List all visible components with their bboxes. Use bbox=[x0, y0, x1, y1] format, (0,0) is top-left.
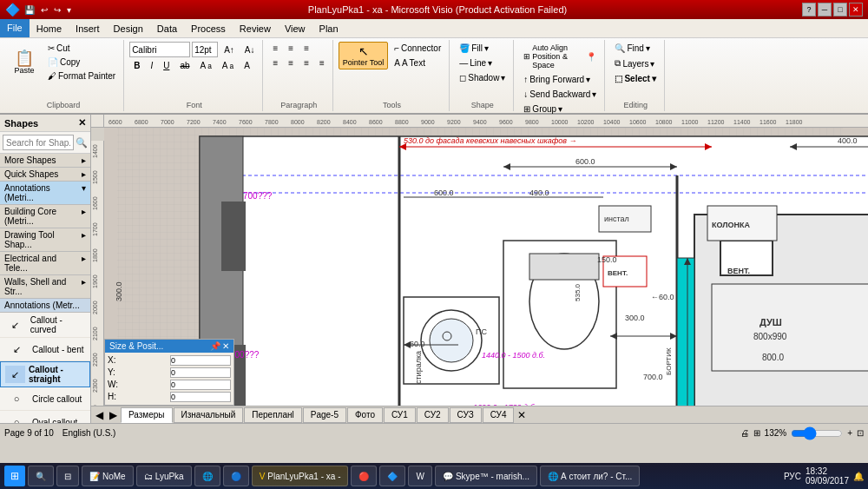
tab-nav-right[interactable]: ▶ bbox=[107, 409, 120, 421]
tab-su1[interactable]: СУ1 bbox=[384, 407, 416, 423]
bold-btn[interactable]: B bbox=[129, 59, 144, 72]
shapes-section-building[interactable]: Building Core (Metri...▸ bbox=[0, 205, 90, 228]
zoom-slider[interactable] bbox=[791, 426, 843, 440]
taskbar-nome[interactable]: 📝 NoMe bbox=[82, 466, 134, 486]
taskbar-task-view[interactable]: ⊟ bbox=[56, 466, 79, 486]
tab-iznachalny[interactable]: Изначальный bbox=[174, 407, 244, 423]
align-center-btn[interactable]: ≡ bbox=[284, 56, 298, 69]
shapes-section-annotations1[interactable]: Annotations (Metri...▾ bbox=[0, 182, 90, 205]
tab-nav-left[interactable]: ◀ bbox=[93, 409, 106, 421]
align-right-btn[interactable]: ≡ bbox=[299, 56, 313, 69]
shapes-search-input[interactable] bbox=[3, 135, 74, 150]
tab-su2[interactable]: СУ2 bbox=[417, 407, 449, 423]
superscript-btn[interactable]: Aa bbox=[218, 59, 238, 72]
layers-btn[interactable]: ⧉ Layers ▾ bbox=[610, 56, 660, 70]
position-btn[interactable]: 📍 bbox=[582, 50, 601, 63]
align-left-btn[interactable]: ≡ bbox=[268, 56, 282, 69]
taskbar-word[interactable]: W bbox=[408, 466, 431, 486]
start-btn[interactable]: ⊞ bbox=[4, 466, 25, 486]
panel-close-btn[interactable]: ✕ bbox=[222, 341, 229, 351]
shapes-section-quick[interactable]: Quick Shapes▸ bbox=[0, 168, 90, 182]
width-input[interactable] bbox=[170, 380, 231, 390]
cut-btn[interactable]: ✂ Cut bbox=[43, 42, 120, 55]
tab-foto[interactable]: Фото bbox=[347, 407, 383, 423]
shape-circle-callout[interactable]: ○ Circle callout bbox=[0, 387, 90, 411]
taskbar-edge2[interactable]: 🔵 bbox=[223, 466, 249, 486]
shape-callout-bent[interactable]: ↙ Callout - bent bbox=[0, 338, 90, 361]
align-center-top-btn[interactable]: ≡ bbox=[284, 42, 298, 55]
paste-btn[interactable]: 📋 Paste bbox=[7, 48, 42, 77]
menu-review[interactable]: Review bbox=[233, 19, 278, 37]
font-shrink-btn[interactable]: A↓ bbox=[240, 43, 260, 56]
pointer-tool-btn[interactable]: ↖ Pointer Tool bbox=[339, 42, 388, 69]
shapes-search-icon[interactable]: 🔍 bbox=[76, 137, 88, 149]
taskbar-ie[interactable]: 🔷 bbox=[379, 466, 405, 486]
quick-access-toolbar[interactable]: 🔷 💾 ↩ ↪ ▾ bbox=[5, 3, 73, 17]
taskbar-search[interactable]: 🔍 bbox=[28, 466, 54, 486]
customize-qa-btn[interactable]: ▾ bbox=[65, 5, 73, 15]
redo-qa-btn[interactable]: ↪ bbox=[52, 5, 62, 15]
font-grow-btn[interactable]: A↑ bbox=[220, 43, 239, 56]
menu-process[interactable]: Process bbox=[184, 19, 233, 37]
line-btn[interactable]: — Line ▾ bbox=[455, 56, 510, 69]
text-btn[interactable]: A A Text bbox=[390, 56, 445, 69]
shape-callout-straight[interactable]: ↙ Callout - straight bbox=[0, 361, 90, 387]
connector-btn[interactable]: ⌐ Connector bbox=[390, 42, 445, 55]
shapes-section-walls[interactable]: Walls, Shell and Str...▸ bbox=[0, 275, 90, 299]
italic-btn[interactable]: I bbox=[146, 59, 157, 72]
undo-qa-btn[interactable]: ↩ bbox=[39, 5, 49, 15]
shape-callout-curved[interactable]: ↙ Callout - curved bbox=[0, 313, 90, 338]
menu-file[interactable]: File bbox=[0, 19, 30, 37]
tab-pereplani[interactable]: Перепланl bbox=[244, 407, 301, 423]
height-input[interactable] bbox=[170, 392, 231, 402]
align-left-top-btn[interactable]: ≡ bbox=[268, 42, 282, 55]
taskbar-chrome[interactable]: 🔴 bbox=[351, 466, 377, 486]
tab-razmery[interactable]: Размеры bbox=[121, 407, 173, 423]
font-name-input[interactable] bbox=[129, 42, 190, 57]
shape-oval-callout[interactable]: ○ Oval callout bbox=[0, 411, 90, 423]
add-page-btn[interactable]: ✕ bbox=[517, 409, 526, 421]
bring-forward-btn[interactable]: ↑ Bring Forward ▾ bbox=[519, 73, 601, 86]
font-size-input[interactable] bbox=[192, 42, 218, 57]
pos-x-input[interactable] bbox=[170, 355, 231, 366]
font-color-btn[interactable]: A bbox=[240, 59, 256, 72]
group-btn[interactable]: ⊞ Group ▾ bbox=[519, 102, 601, 116]
shapes-toggle-btn[interactable]: ✕ bbox=[78, 117, 86, 129]
fill-btn[interactable]: 🪣 Fill ▾ bbox=[455, 42, 510, 55]
menu-data[interactable]: Data bbox=[150, 19, 184, 37]
shadow-btn[interactable]: ◻ Shadow ▾ bbox=[455, 71, 510, 84]
window-controls[interactable]: ? ─ □ ✕ bbox=[802, 3, 863, 17]
align-right-top-btn[interactable]: ≡ bbox=[299, 42, 313, 55]
justify-btn[interactable]: ≡ bbox=[315, 56, 329, 69]
select-btn[interactable]: ⬚ Select ▾ bbox=[610, 72, 660, 85]
auto-align-btn[interactable]: ⊞ Auto Align Position & Space bbox=[519, 42, 580, 71]
menu-design[interactable]: Design bbox=[107, 19, 150, 37]
pos-y-input[interactable] bbox=[170, 367, 231, 378]
strikethrough-btn[interactable]: ab bbox=[175, 59, 194, 72]
shapes-section-electrical[interactable]: Electrical and Tele...▸ bbox=[0, 252, 90, 275]
fit-page-btn[interactable]: ⊡ bbox=[857, 428, 864, 438]
underline-btn[interactable]: U bbox=[159, 59, 174, 72]
taskbar-edge1[interactable]: 🌐 bbox=[194, 466, 220, 486]
minimize-btn[interactable]: ─ bbox=[818, 3, 832, 17]
notification-btn[interactable]: 🔔 bbox=[853, 472, 864, 481]
tab-su4[interactable]: СУ4 bbox=[483, 407, 515, 423]
taskbar-browser[interactable]: 🌐 А стоит ли? - Ст... bbox=[540, 466, 640, 486]
taskbar-lyupka[interactable]: 🗂 LyuPka bbox=[136, 466, 192, 486]
maximize-btn[interactable]: □ bbox=[833, 3, 847, 17]
close-btn[interactable]: ✕ bbox=[849, 3, 863, 17]
menu-home[interactable]: Home bbox=[30, 19, 69, 37]
panel-pin-btn[interactable]: 📌 bbox=[210, 341, 220, 351]
zoom-in-btn[interactable]: + bbox=[847, 428, 852, 438]
shapes-section-more[interactable]: More Shapes▸ bbox=[0, 154, 90, 168]
save-qa-btn[interactable]: 💾 bbox=[23, 5, 36, 15]
taskbar-skype[interactable]: 💬 Skype™ - marish... bbox=[435, 466, 537, 486]
shapes-section-drawing[interactable]: Drawing Tool Shap...▸ bbox=[0, 228, 90, 252]
taskbar-visio[interactable]: V PlanLyuPka1 - xa - bbox=[252, 466, 349, 486]
menu-insert[interactable]: Insert bbox=[69, 19, 107, 37]
menu-plan[interactable]: Plan bbox=[312, 19, 345, 37]
format-painter-btn[interactable]: 🖌 Format Painter bbox=[43, 69, 120, 83]
send-backward-btn[interactable]: ↓ Send Backward ▾ bbox=[519, 88, 601, 101]
tab-page5[interactable]: Page-5 bbox=[303, 407, 346, 423]
find-btn[interactable]: 🔍 Find ▾ bbox=[610, 42, 660, 55]
